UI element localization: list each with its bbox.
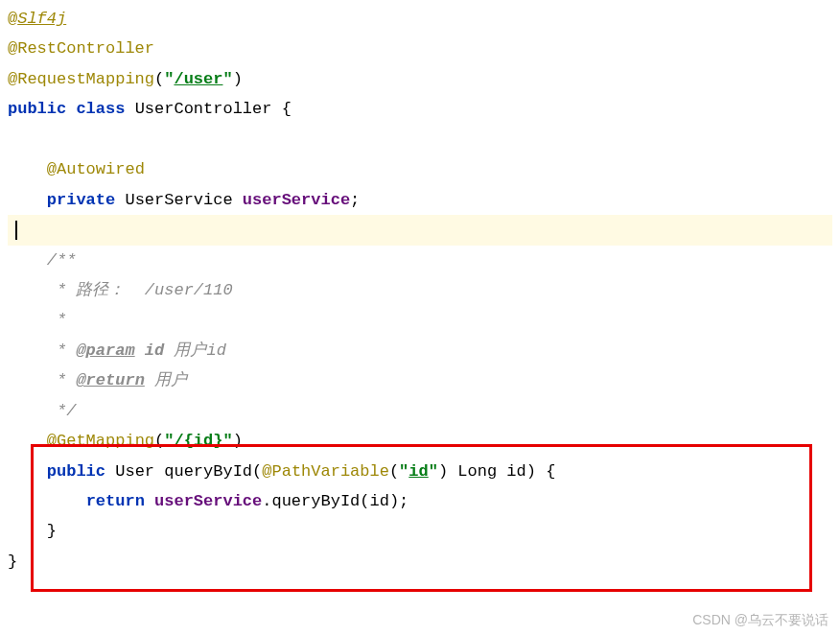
indent [8,432,47,450]
type-long: Long [457,462,506,481]
code-line [8,125,832,154]
paren: ( [252,462,262,481]
indent [8,281,57,299]
code-line: * [8,305,832,335]
code-line: public class UserController { [8,94,832,124]
path-string: /user [174,70,222,88]
indent [8,492,86,510]
highlighted-line[interactable] [8,215,832,245]
pathvariable-annotation: @PathVariable [262,462,389,481]
code-line: /** [8,246,832,275]
brace: } [47,522,57,540]
code-line: public User queryById(@PathVariable("id"… [8,457,832,486]
indent [8,191,47,209]
indent [8,341,57,360]
field-userservice: userService [243,191,350,209]
code-line: * @param id 用户id [8,336,832,365]
code-line: } [8,516,832,546]
comment-star: * [57,341,76,360]
path-string: /{id} [174,432,222,450]
comment-star: * [57,281,76,299]
brace: } [8,553,17,571]
space [135,341,145,360]
keyword-return: return [86,492,154,510]
indent [8,251,47,270]
type-userservice: UserService [125,191,242,209]
code-line: private UserService userService; [8,185,832,215]
return-desc: 用户 [145,371,187,389]
code-line: @Slf4j [8,4,832,34]
method-call: queryById [271,492,360,510]
quote: " [222,432,232,450]
indent [8,311,57,329]
quote: " [399,462,408,481]
restcontroller-annotation: @RestController [8,39,154,58]
quote: " [429,462,438,481]
method-name: queryById [164,462,252,481]
param-name: id [145,341,164,360]
paren: ) [233,432,243,450]
param-desc: 用户id [164,341,226,360]
code-line: @GetMapping("/{id}") [8,426,832,456]
code-line: @Autowired [8,154,832,184]
code-line: * @return 用户 [8,365,832,395]
watermark: CSDN @乌云不要说话 [692,612,828,629]
comment-start: /** [47,251,77,270]
comment-star: * [57,371,76,389]
keyword-public: public [8,100,76,118]
comment-end: */ [57,402,76,420]
call-args: (id); [360,492,408,510]
paren: ( [389,462,399,481]
code-block: @Slf4j @RestController @RequestMapping("… [0,0,840,580]
at-symbol: @ [8,10,17,28]
class-name: UserController { [135,100,292,118]
id-string: id [408,462,428,481]
indent [8,371,57,389]
code-line: @RequestMapping("/user") [8,64,832,94]
paren: ( [154,70,164,88]
getmapping-annotation: @GetMapping [47,432,154,450]
paren: ) [233,70,243,88]
keyword-private: private [47,191,126,209]
text-cursor [15,221,17,240]
quote: " [164,70,174,88]
type-user: User [115,462,164,481]
keyword-public: public [47,462,115,481]
keyword-class: class [76,100,134,118]
code-line: @RestController [8,34,832,63]
param: id) { [506,462,555,481]
dot: . [262,492,271,510]
autowired-annotation: @Autowired [47,160,145,178]
indent [8,462,47,481]
paren: ( [154,432,164,450]
comment-star: * [57,311,66,329]
semicolon: ; [350,191,360,209]
paren: ) [438,462,457,481]
code-line: return userService.queryById(id); [8,486,832,516]
return-tag: @return [76,371,144,389]
quote: " [222,70,232,88]
slf4j-annotation: Slf4j [17,10,66,28]
code-line: } [8,547,832,576]
indent [8,160,47,178]
comment-text: 路径： /user/110 [76,281,232,299]
param-tag: @param [76,341,134,360]
indent [8,522,47,540]
quote: " [164,432,174,450]
code-line: */ [8,396,832,426]
indent [8,402,57,420]
requestmapping-annotation: @RequestMapping [8,70,154,88]
field-userservice: userService [154,492,262,510]
code-line: * 路径： /user/110 [8,275,832,305]
